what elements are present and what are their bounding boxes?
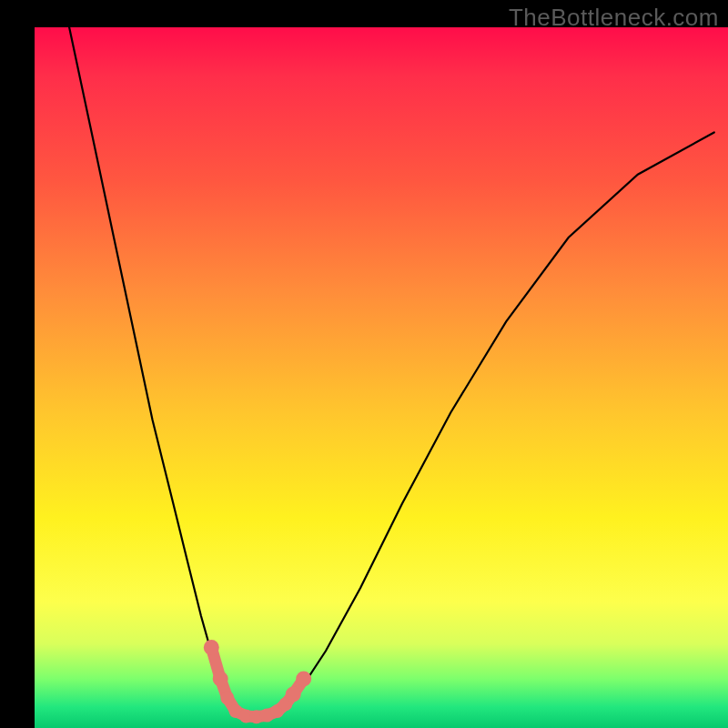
watermark-text: TheBottleneck.com	[509, 4, 719, 32]
bottleneck-curve	[69, 27, 714, 717]
chart-container: TheBottleneck.com	[0, 0, 728, 728]
curve-marker	[220, 691, 234, 704]
curve-layer	[35, 27, 728, 728]
curve-marker	[286, 687, 301, 703]
curve-marker	[296, 672, 311, 687]
plot-area	[35, 27, 728, 728]
curve-marker	[213, 672, 228, 687]
curve-marker	[204, 640, 219, 655]
marker-group	[204, 640, 311, 723]
